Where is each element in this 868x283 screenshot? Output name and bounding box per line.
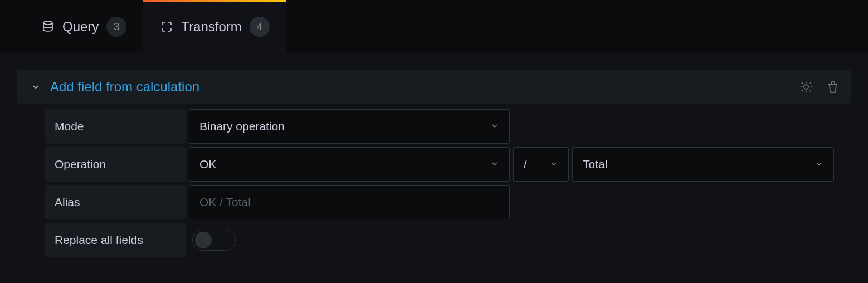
chevron-down-icon <box>815 158 823 171</box>
label-alias: Alias <box>45 185 186 219</box>
transform-actions <box>799 80 840 94</box>
transform-form: Mode Binary operation Operation OK / Tot… <box>17 109 851 257</box>
row-operation: Operation OK / Total <box>45 147 851 182</box>
tab-transform-count: 4 <box>250 17 270 37</box>
alias-placeholder: OK / Total <box>199 196 251 209</box>
select-operation-right[interactable]: Total <box>572 147 834 182</box>
row-alias: Alias OK / Total <box>45 185 851 219</box>
label-operation: Operation <box>45 147 186 182</box>
tab-transform-label: Transform <box>181 19 241 35</box>
input-alias[interactable]: OK / Total <box>189 185 510 219</box>
trash-icon[interactable] <box>826 80 840 94</box>
transform-title: Add field from calculation <box>50 79 799 95</box>
operation-left-value: OK <box>199 158 490 171</box>
svg-point-1 <box>804 85 808 89</box>
tab-query[interactable]: Query 3 <box>25 0 143 53</box>
select-operator[interactable]: / <box>513 147 569 182</box>
tab-query-label: Query <box>62 19 99 35</box>
tab-transform[interactable]: Transform 4 <box>143 0 286 53</box>
row-replace: Replace all fields <box>45 223 851 257</box>
transform-header[interactable]: Add field from calculation <box>17 70 851 104</box>
row-mode: Mode Binary operation <box>45 109 851 144</box>
chevron-down-icon <box>28 82 43 92</box>
operation-right-value: Total <box>583 158 815 171</box>
select-mode-value: Binary operation <box>199 120 490 133</box>
chevron-down-icon <box>490 158 499 171</box>
label-replace: Replace all fields <box>45 223 186 257</box>
chevron-down-icon <box>549 158 558 171</box>
debug-icon[interactable] <box>799 80 813 94</box>
label-mode: Mode <box>45 109 186 144</box>
chevron-down-icon <box>490 120 499 133</box>
svg-point-0 <box>43 21 52 25</box>
select-mode[interactable]: Binary operation <box>189 109 510 144</box>
select-operation-left[interactable]: OK <box>189 147 510 182</box>
database-icon <box>41 20 55 33</box>
toggle-knob <box>195 232 212 248</box>
operator-value: / <box>524 158 542 171</box>
transform-icon <box>160 20 173 33</box>
toggle-replace-all-fields[interactable] <box>192 230 236 251</box>
toggle-wrap <box>189 223 236 257</box>
transform-panel: Add field from calculation Mode Binary o… <box>0 53 868 283</box>
tab-query-count: 3 <box>106 17 126 37</box>
editor-tabs: Query 3 Transform 4 <box>0 0 868 53</box>
